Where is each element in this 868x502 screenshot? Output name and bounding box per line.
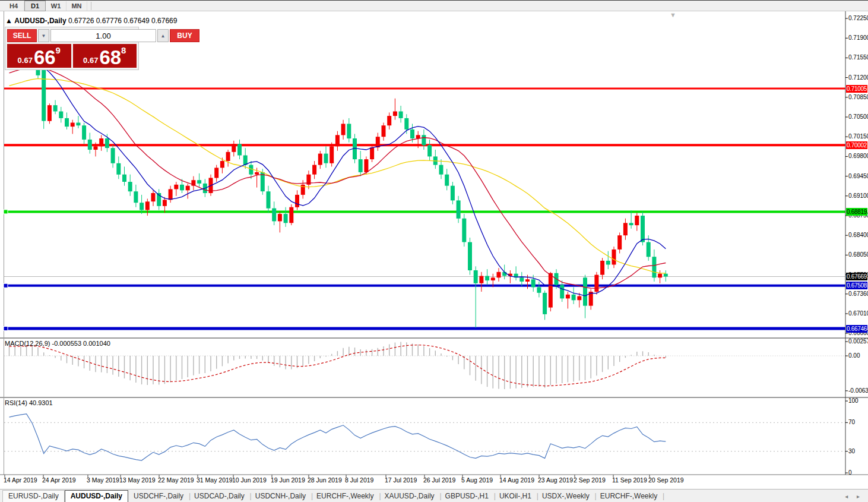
mt4-window: H4D1W1MN ▲ AUDUSD-,Daily 0.67726 0.67776… [0, 0, 868, 502]
timeframe-button-h4[interactable]: H4 [4, 1, 24, 11]
chart-symbol-label: AUDUSD-,Daily [14, 17, 66, 25]
symbol-marker-icon: ▲ [5, 17, 12, 25]
sell-price-big: 66 [34, 49, 56, 67]
lot-decrease-button[interactable]: ▼ [38, 29, 49, 42]
macd-indicator-label: MACD(12,26,9) -0.000553 0.001040 [5, 340, 110, 347]
line-anchor-marker [4, 283, 8, 288]
rsi-indicator-label: RSI(14) 40.9301 [5, 399, 53, 406]
chart-tab-bar: EURUSD-,DailyAUDUSD-,DailyUSDCHF-,DailyU… [0, 489, 868, 502]
tabs-scroll-arrows-icon[interactable]: ◂ ▸ [845, 493, 863, 500]
chart-canvas[interactable]: ▲ AUDUSD-,Daily 0.67726 0.67776 0.67649 … [0, 11, 868, 489]
buy-price-base: 0.67 [83, 55, 98, 67]
chart-tab-usdchf-daily[interactable]: USDCHF-,Daily [128, 491, 189, 502]
sell-button[interactable]: SELL [7, 29, 37, 42]
line-anchor-marker [4, 327, 8, 331]
ma-fast-line [9, 59, 666, 296]
sell-price-pip: 9 [56, 46, 61, 55]
chart-tab-ukoil-h1[interactable]: UKOil-,H1 [494, 491, 537, 502]
ma-slow-line [9, 78, 666, 273]
lot-increase-button[interactable]: ▲ [157, 29, 169, 42]
chart-tab-usdcad-daily[interactable]: USDCAD-,Daily [189, 491, 250, 502]
timeframe-button-w1[interactable]: W1 [46, 1, 66, 11]
chart-tab-audusd-daily[interactable]: AUDUSD-,Daily [65, 490, 128, 502]
chart-tab-xauusd-daily[interactable]: XAUUSD-,Daily [379, 491, 440, 502]
chart-tab-usdcnh-daily[interactable]: USDCNH-,Daily [250, 491, 311, 502]
chart-tab-eurchf-weekly[interactable]: EURCHF-,Weekly [595, 491, 663, 502]
lot-size-input[interactable] [50, 29, 156, 42]
buy-button[interactable]: BUY [170, 29, 199, 42]
line-anchor-marker [4, 210, 8, 214]
rsi-line [9, 414, 666, 460]
chart-tab-usdx-weekly[interactable]: USDX-,Weekly [537, 491, 595, 502]
candlestick-chart [0, 11, 868, 489]
chart-tab-eurchf-weekly[interactable]: EURCHF-,Weekly [311, 491, 379, 502]
buy-price-big: 68 [99, 49, 121, 67]
chart-ohlc-values: 0.67726 0.67776 0.67649 0.67669 [68, 17, 178, 25]
timeframe-button-mn[interactable]: MN [66, 1, 87, 11]
macd-histogram [9, 342, 666, 389]
buy-price-display[interactable]: 0.67 68 8 [73, 44, 137, 68]
toolbar-separator [91, 2, 91, 10]
ma-mid-line [9, 66, 666, 288]
chart-tab-gbpusd-h1[interactable]: GBPUSD-,H1 [440, 491, 494, 502]
chart-shift-marker-icon[interactable]: ▼ [670, 11, 676, 18]
timeframe-button-d1[interactable]: D1 [24, 1, 46, 11]
chart-tab-eurusd-daily[interactable]: EURUSD-,Daily [2, 490, 65, 502]
sell-price-display[interactable]: 0.67 66 9 [7, 44, 71, 68]
buy-price-pip: 8 [121, 46, 126, 55]
one-click-trading-widget: SELL ▼ ▲ BUY 0.67 66 9 0.67 68 8 [5, 27, 139, 70]
timeframe-toolbar: H4D1W1MN [0, 1, 868, 11]
chart-title: ▲ AUDUSD-,Daily 0.67726 0.67776 0.67649 … [5, 17, 177, 25]
sell-price-base: 0.67 [18, 55, 33, 67]
